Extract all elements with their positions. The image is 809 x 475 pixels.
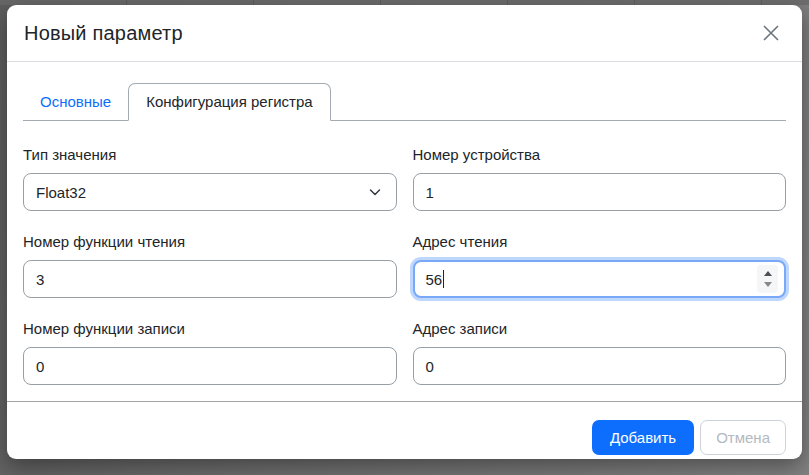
close-button[interactable] <box>758 20 784 46</box>
read-function-number-field: Номер функции чтения 3 <box>23 233 397 298</box>
tab-basic[interactable]: Основные <box>23 84 128 120</box>
value-type-label: Тип значения <box>23 146 397 163</box>
cancel-button[interactable]: Отмена <box>700 420 786 455</box>
register-config-form: Тип значения Float32 Номер устройства 1 … <box>7 121 802 385</box>
read-address-value: 56 <box>426 271 443 288</box>
close-icon <box>760 22 782 44</box>
value-type-selected-value: Float32 <box>36 184 86 201</box>
stepper-down-icon[interactable] <box>764 282 772 287</box>
read-address-label: Адрес чтения <box>413 233 787 250</box>
device-number-field: Номер устройства 1 <box>413 146 787 211</box>
write-function-number-label: Номер функции записи <box>23 320 397 337</box>
dialog-footer: Добавить Отмена <box>7 401 802 455</box>
device-number-label: Номер устройства <box>413 146 787 163</box>
tab-bar: Основные Конфигурация регистра <box>23 83 786 121</box>
device-number-input[interactable]: 1 <box>413 173 787 211</box>
read-function-number-label: Номер функции чтения <box>23 233 397 250</box>
write-function-number-input[interactable]: 0 <box>23 347 397 385</box>
stepper-up-icon[interactable] <box>764 271 772 276</box>
text-cursor <box>443 270 444 288</box>
dialog-header: Новый параметр <box>7 5 802 62</box>
dialog-title: Новый параметр <box>24 22 183 45</box>
value-type-field: Тип значения Float32 <box>23 146 397 211</box>
number-stepper[interactable] <box>757 265 778 293</box>
write-address-input[interactable]: 0 <box>413 347 787 385</box>
value-type-select[interactable]: Float32 <box>23 173 397 211</box>
write-address-value: 0 <box>426 358 434 375</box>
device-number-value: 1 <box>426 184 434 201</box>
read-address-field: Адрес чтения 56 <box>413 233 787 298</box>
write-function-number-field: Номер функции записи 0 <box>23 320 397 385</box>
new-parameter-dialog: Новый параметр Основные Конфигурация рег… <box>7 5 802 459</box>
read-address-input[interactable]: 56 <box>413 260 787 298</box>
read-function-number-value: 3 <box>36 271 44 288</box>
write-function-number-value: 0 <box>36 358 44 375</box>
chevron-down-icon <box>368 185 382 199</box>
add-button[interactable]: Добавить <box>592 420 694 455</box>
write-address-label: Адрес записи <box>413 320 787 337</box>
write-address-field: Адрес записи 0 <box>413 320 787 385</box>
tab-register-configuration[interactable]: Конфигурация регистра <box>128 83 330 121</box>
read-function-number-input[interactable]: 3 <box>23 260 397 298</box>
